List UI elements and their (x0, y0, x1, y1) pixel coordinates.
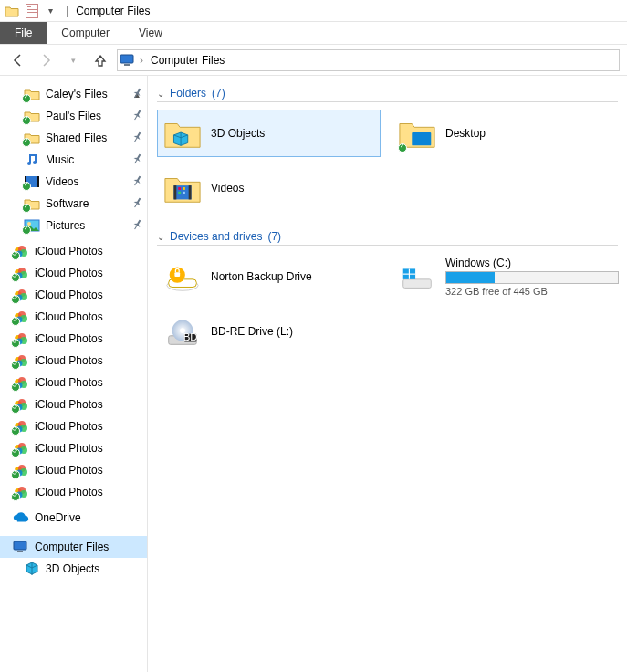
sidebar-pinned-item[interactable]: Shared Files (0, 127, 147, 149)
sidebar-item-label: iCloud Photos (35, 354, 103, 367)
qat-dropdown-icon[interactable]: ▾ (44, 5, 57, 16)
videos-folder-icon (163, 169, 202, 207)
icloud-photos-icon (13, 441, 29, 456)
sidebar-icloud-photos[interactable]: iCloud Photos (0, 437, 147, 459)
sidebar-pinned-item[interactable]: Software (0, 193, 147, 215)
breadcrumb-chevron-icon[interactable]: › (136, 54, 147, 67)
sidebar-pinned-item[interactable]: Caley's Files▲ (0, 83, 147, 105)
section-drives-header[interactable]: ⌄ Devices and drives (7) (157, 230, 618, 246)
svg-rect-5 (124, 64, 130, 66)
sidebar-pinned-item[interactable]: Pictures (0, 215, 147, 236)
tab-file[interactable]: File (0, 22, 47, 44)
sidebar-item-label: Caley's Files (46, 88, 108, 100)
sidebar-item-label: iCloud Photos (35, 310, 103, 323)
svg-rect-61 (412, 132, 431, 145)
sidebar-icloud-photos[interactable]: iCloud Photos (0, 481, 147, 503)
icloud-photos-icon (13, 331, 29, 346)
drive-norton-backup[interactable]: Norton Backup Drive (157, 253, 381, 300)
sidebar-pinned-item[interactable]: Music (0, 149, 147, 171)
pin-icon (130, 130, 144, 145)
sidebar-icloud-photos[interactable]: iCloud Photos (0, 459, 147, 481)
qat-properties-icon[interactable] (24, 3, 40, 19)
up-button[interactable] (89, 49, 111, 71)
video-icon (24, 174, 40, 189)
navigation-tree[interactable]: Caley's Files▲Paul's FilesShared FilesMu… (0, 76, 148, 672)
folder-3d-objects[interactable]: 3D Objects (157, 110, 381, 157)
sidebar-pinned-item[interactable]: Paul's Files (0, 105, 147, 127)
section-count: (7) (267, 230, 281, 243)
forward-button[interactable] (35, 49, 57, 71)
sidebar-item-label: iCloud Photos (35, 486, 103, 499)
pin-icon (130, 173, 144, 189)
tab-computer[interactable]: Computer (47, 22, 124, 44)
svg-rect-3 (27, 12, 37, 13)
sidebar-icloud-photos[interactable]: iCloud Photos (0, 372, 147, 394)
recent-locations-button[interactable]: ▾ (62, 49, 84, 71)
sidebar-icloud-photos[interactable]: iCloud Photos (0, 415, 147, 437)
icloud-photos-icon (13, 310, 29, 324)
sidebar-icloud-photos[interactable]: iCloud Photos (0, 240, 147, 262)
icloud-photos-icon (13, 375, 29, 390)
tile-label: BD-RE Drive (L:) (211, 325, 374, 338)
pin-icon (130, 195, 144, 211)
sidebar-item-label: Computer Files (35, 541, 109, 553)
content-pane[interactable]: ⌄ Folders (7) 3D Objects Desktop (148, 76, 627, 672)
pin-icon (130, 108, 144, 123)
sidebar-item-label: iCloud Photos (35, 267, 103, 279)
sidebar-item-label: Videos (46, 175, 78, 188)
drive-windows-c[interactable]: Windows (C:) 322 GB free of 445 GB (392, 253, 601, 300)
svg-rect-1 (27, 6, 31, 7)
svg-rect-63 (173, 185, 176, 199)
icloud-photos-icon (13, 288, 29, 302)
svg-rect-4 (120, 55, 133, 63)
sidebar-computer-files[interactable]: Computer Files (0, 536, 147, 558)
icloud-photos-icon (13, 463, 29, 478)
drive-bd-re[interactable]: BD BD-RE Drive (L:) (157, 308, 381, 355)
pictures-icon (24, 218, 40, 233)
sidebar-item-label: iCloud Photos (35, 464, 103, 477)
folder-desktop[interactable]: Desktop (392, 110, 615, 157)
svg-text:BD: BD (183, 331, 198, 342)
sidebar-3d-objects[interactable]: 3D Objects (0, 558, 147, 580)
svg-rect-8 (37, 176, 39, 187)
sidebar-item-label: Music (46, 153, 74, 166)
breadcrumb-root[interactable]: Computer Files (147, 52, 228, 68)
svg-rect-68 (183, 192, 185, 194)
onedrive-icon (13, 510, 29, 525)
sidebar-icloud-photos[interactable]: iCloud Photos (0, 262, 147, 284)
qat-folder-icon[interactable] (4, 3, 20, 19)
tile-label: 3D Objects (211, 127, 374, 140)
drive-free-space: 322 GB free of 445 GB (445, 286, 619, 297)
bd-drive-icon: BD (163, 312, 202, 351)
folder-videos[interactable]: Videos (157, 164, 381, 212)
svg-rect-2 (27, 9, 37, 10)
drive-usage-bar (445, 271, 619, 284)
icloud-photos-icon (13, 353, 29, 368)
sidebar-item-label: Software (46, 197, 89, 210)
svg-rect-67 (178, 192, 181, 194)
sidebar-icloud-photos[interactable]: iCloud Photos (0, 394, 147, 415)
sidebar-icloud-photos[interactable]: iCloud Photos (0, 284, 147, 306)
svg-rect-65 (178, 187, 181, 190)
back-button[interactable] (7, 49, 29, 71)
sidebar-icloud-photos[interactable]: iCloud Photos (0, 306, 147, 328)
svg-rect-72 (174, 272, 180, 277)
sidebar-icloud-photos[interactable]: iCloud Photos (0, 350, 147, 372)
section-title: Folders (170, 87, 206, 100)
folder-synced-icon (24, 87, 40, 101)
sidebar-onedrive[interactable]: OneDrive (0, 507, 147, 529)
tile-label: Norton Backup Drive (211, 270, 374, 283)
3d-objects-folder-icon (163, 114, 202, 152)
title-separator: | (66, 5, 68, 17)
navigation-bar: ▾ › Computer Files (0, 45, 627, 76)
sidebar-icloud-photos[interactable]: iCloud Photos (0, 328, 147, 350)
chevron-down-icon: ⌄ (157, 232, 164, 242)
tab-view[interactable]: View (124, 22, 177, 44)
sidebar-item-label: iCloud Photos (35, 398, 103, 411)
pin-icon (130, 152, 144, 167)
title-bar: ▾ | Computer Files (0, 0, 627, 22)
address-bar[interactable]: › Computer Files (117, 49, 620, 71)
sidebar-pinned-item[interactable]: Videos (0, 171, 147, 193)
svg-rect-73 (403, 279, 432, 289)
section-folders-header[interactable]: ⌄ Folders (7) (157, 87, 618, 102)
